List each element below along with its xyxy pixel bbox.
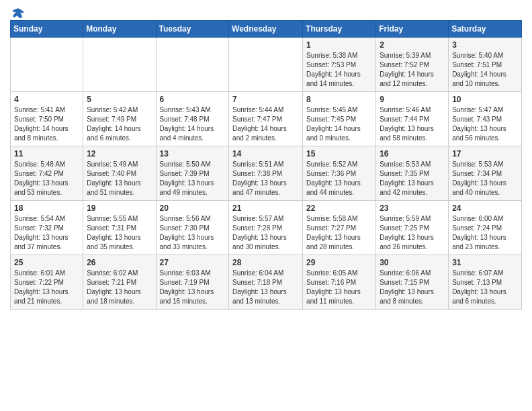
- calendar-cell: 31Sunrise: 6:07 AM Sunset: 7:13 PM Dayli…: [449, 255, 522, 310]
- day-info: Sunrise: 5:54 AM Sunset: 7:32 PM Dayligh…: [14, 214, 79, 252]
- day-number: 9: [380, 95, 445, 104]
- day-info: Sunrise: 5:38 AM Sunset: 7:53 PM Dayligh…: [306, 51, 372, 89]
- day-info: Sunrise: 5:43 AM Sunset: 7:48 PM Dayligh…: [160, 105, 226, 143]
- calendar-table: SundayMondayTuesdayWednesdayThursdayFrid…: [10, 20, 522, 310]
- calendar-cell: 1Sunrise: 5:38 AM Sunset: 7:53 PM Daylig…: [303, 38, 376, 92]
- calendar-body: 1Sunrise: 5:38 AM Sunset: 7:53 PM Daylig…: [11, 38, 522, 310]
- day-info: Sunrise: 5:46 AM Sunset: 7:44 PM Dayligh…: [380, 105, 445, 143]
- day-number: 13: [160, 149, 226, 158]
- day-number: 29: [306, 258, 372, 267]
- day-info: Sunrise: 5:51 AM Sunset: 7:38 PM Dayligh…: [232, 160, 299, 197]
- day-info: Sunrise: 5:44 AM Sunset: 7:47 PM Dayligh…: [232, 105, 299, 143]
- calendar-cell: 18Sunrise: 5:54 AM Sunset: 7:32 PM Dayli…: [11, 201, 83, 255]
- day-number: 7: [232, 95, 299, 104]
- logo: [10, 7, 25, 17]
- calendar-cell: 16Sunrise: 5:53 AM Sunset: 7:35 PM Dayli…: [376, 146, 449, 201]
- day-number: 17: [452, 149, 518, 158]
- day-info: Sunrise: 6:03 AM Sunset: 7:19 PM Dayligh…: [160, 269, 226, 306]
- day-info: Sunrise: 5:45 AM Sunset: 7:45 PM Dayligh…: [306, 105, 372, 143]
- weekday-header-thursday: Thursday: [303, 21, 376, 38]
- day-info: Sunrise: 5:49 AM Sunset: 7:40 PM Dayligh…: [87, 160, 152, 197]
- day-number: 22: [306, 203, 372, 213]
- header: [10, 7, 522, 17]
- weekday-header-saturday: Saturday: [449, 21, 522, 38]
- day-number: 8: [306, 95, 372, 104]
- calendar-header: SundayMondayTuesdayWednesdayThursdayFrid…: [11, 21, 522, 38]
- calendar-cell: 10Sunrise: 5:47 AM Sunset: 7:43 PM Dayli…: [449, 92, 522, 146]
- calendar-cell: 2Sunrise: 5:39 AM Sunset: 7:52 PM Daylig…: [376, 38, 449, 92]
- day-info: Sunrise: 5:53 AM Sunset: 7:35 PM Dayligh…: [380, 160, 445, 197]
- day-number: 12: [87, 149, 152, 158]
- weekday-header-wednesday: Wednesday: [229, 21, 303, 38]
- calendar-cell: [156, 38, 229, 92]
- page-container: SundayMondayTuesdayWednesdayThursdayFrid…: [0, 0, 532, 316]
- calendar-cell: 3Sunrise: 5:40 AM Sunset: 7:51 PM Daylig…: [449, 38, 522, 92]
- calendar-cell: 14Sunrise: 5:51 AM Sunset: 7:38 PM Dayli…: [229, 146, 303, 201]
- day-number: 30: [380, 258, 445, 267]
- day-number: 23: [380, 203, 445, 213]
- calendar-cell: 6Sunrise: 5:43 AM Sunset: 7:48 PM Daylig…: [156, 92, 229, 146]
- day-number: 1: [306, 40, 372, 50]
- calendar-cell: 5Sunrise: 5:42 AM Sunset: 7:49 PM Daylig…: [83, 92, 156, 146]
- calendar-cell: 20Sunrise: 5:56 AM Sunset: 7:30 PM Dayli…: [156, 201, 229, 255]
- calendar-cell: 27Sunrise: 6:03 AM Sunset: 7:19 PM Dayli…: [156, 255, 229, 310]
- day-info: Sunrise: 5:48 AM Sunset: 7:42 PM Dayligh…: [14, 160, 79, 197]
- calendar-cell: 7Sunrise: 5:44 AM Sunset: 7:47 PM Daylig…: [229, 92, 303, 146]
- day-info: Sunrise: 5:47 AM Sunset: 7:43 PM Dayligh…: [452, 105, 518, 143]
- day-info: Sunrise: 6:00 AM Sunset: 7:24 PM Dayligh…: [452, 214, 518, 252]
- day-info: Sunrise: 5:58 AM Sunset: 7:27 PM Dayligh…: [306, 214, 372, 252]
- calendar-cell: 4Sunrise: 5:41 AM Sunset: 7:50 PM Daylig…: [11, 92, 83, 146]
- calendar-cell: [229, 38, 303, 92]
- calendar-cell: [11, 38, 83, 92]
- calendar-cell: 26Sunrise: 6:02 AM Sunset: 7:21 PM Dayli…: [83, 255, 156, 310]
- calendar-cell: 9Sunrise: 5:46 AM Sunset: 7:44 PM Daylig…: [376, 92, 449, 146]
- day-info: Sunrise: 5:59 AM Sunset: 7:25 PM Dayligh…: [380, 214, 445, 252]
- day-number: 19: [87, 203, 152, 213]
- calendar-cell: 15Sunrise: 5:52 AM Sunset: 7:36 PM Dayli…: [303, 146, 376, 201]
- day-info: Sunrise: 5:50 AM Sunset: 7:39 PM Dayligh…: [160, 160, 226, 197]
- day-number: 15: [306, 149, 372, 158]
- logo-bird-icon: [11, 7, 25, 20]
- weekday-header-friday: Friday: [376, 21, 449, 38]
- day-number: 25: [14, 258, 79, 267]
- calendar-cell: 23Sunrise: 5:59 AM Sunset: 7:25 PM Dayli…: [376, 201, 449, 255]
- calendar-cell: 17Sunrise: 5:53 AM Sunset: 7:34 PM Dayli…: [449, 146, 522, 201]
- day-number: 11: [14, 149, 79, 158]
- day-number: 31: [452, 258, 518, 267]
- day-info: Sunrise: 5:41 AM Sunset: 7:50 PM Dayligh…: [14, 105, 79, 143]
- day-number: 2: [380, 40, 445, 50]
- calendar-cell: 25Sunrise: 6:01 AM Sunset: 7:22 PM Dayli…: [11, 255, 83, 310]
- calendar-cell: 21Sunrise: 5:57 AM Sunset: 7:28 PM Dayli…: [229, 201, 303, 255]
- day-number: 14: [232, 149, 299, 158]
- calendar-cell: 12Sunrise: 5:49 AM Sunset: 7:40 PM Dayli…: [83, 146, 156, 201]
- day-info: Sunrise: 6:02 AM Sunset: 7:21 PM Dayligh…: [87, 269, 152, 306]
- weekday-header-monday: Monday: [83, 21, 156, 38]
- day-number: 27: [160, 258, 226, 267]
- calendar-week-4: 18Sunrise: 5:54 AM Sunset: 7:32 PM Dayli…: [11, 201, 522, 255]
- weekday-header-sunday: Sunday: [11, 21, 83, 38]
- day-info: Sunrise: 5:52 AM Sunset: 7:36 PM Dayligh…: [306, 160, 372, 197]
- calendar-cell: 28Sunrise: 6:04 AM Sunset: 7:18 PM Dayli…: [229, 255, 303, 310]
- calendar-cell: 30Sunrise: 6:06 AM Sunset: 7:15 PM Dayli…: [376, 255, 449, 310]
- day-number: 6: [160, 95, 226, 104]
- day-number: 3: [452, 40, 518, 50]
- day-number: 20: [160, 203, 226, 213]
- calendar-week-5: 25Sunrise: 6:01 AM Sunset: 7:22 PM Dayli…: [11, 255, 522, 310]
- calendar-week-3: 11Sunrise: 5:48 AM Sunset: 7:42 PM Dayli…: [11, 146, 522, 201]
- day-info: Sunrise: 6:05 AM Sunset: 7:16 PM Dayligh…: [306, 269, 372, 306]
- calendar-week-2: 4Sunrise: 5:41 AM Sunset: 7:50 PM Daylig…: [11, 92, 522, 146]
- calendar-cell: 22Sunrise: 5:58 AM Sunset: 7:27 PM Dayli…: [303, 201, 376, 255]
- calendar-cell: [83, 38, 156, 92]
- day-number: 16: [380, 149, 445, 158]
- day-number: 28: [232, 258, 299, 267]
- day-info: Sunrise: 5:39 AM Sunset: 7:52 PM Dayligh…: [380, 51, 445, 89]
- calendar-cell: 11Sunrise: 5:48 AM Sunset: 7:42 PM Dayli…: [11, 146, 83, 201]
- day-info: Sunrise: 6:04 AM Sunset: 7:18 PM Dayligh…: [232, 269, 299, 306]
- day-info: Sunrise: 5:40 AM Sunset: 7:51 PM Dayligh…: [452, 51, 518, 89]
- day-number: 26: [87, 258, 152, 267]
- calendar-cell: 19Sunrise: 5:55 AM Sunset: 7:31 PM Dayli…: [83, 201, 156, 255]
- day-info: Sunrise: 5:57 AM Sunset: 7:28 PM Dayligh…: [232, 214, 299, 252]
- day-info: Sunrise: 5:42 AM Sunset: 7:49 PM Dayligh…: [87, 105, 152, 143]
- day-info: Sunrise: 6:01 AM Sunset: 7:22 PM Dayligh…: [14, 269, 79, 306]
- weekday-row: SundayMondayTuesdayWednesdayThursdayFrid…: [11, 21, 522, 38]
